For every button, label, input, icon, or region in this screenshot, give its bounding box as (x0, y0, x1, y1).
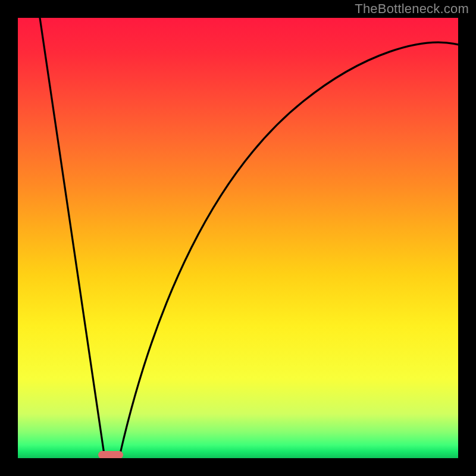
watermark-text: TheBottleneck.com (355, 1, 469, 17)
plot-area (18, 18, 458, 458)
bottleneck-curve (40, 18, 458, 454)
vertex-marker (98, 451, 123, 458)
chart-frame: TheBottleneck.com (0, 0, 476, 476)
chart-svg (18, 18, 458, 458)
